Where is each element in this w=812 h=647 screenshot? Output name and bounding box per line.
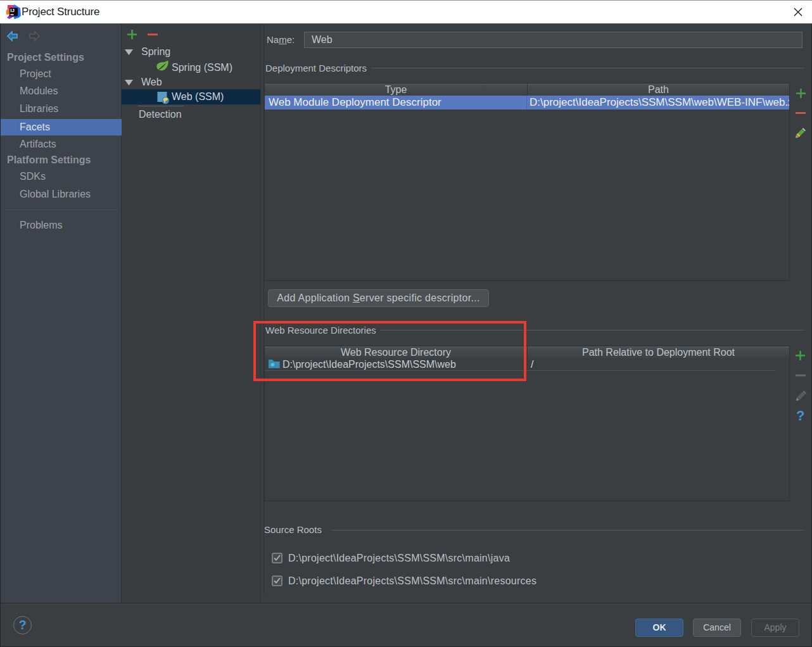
svg-text:IJ: IJ [10,8,15,13]
